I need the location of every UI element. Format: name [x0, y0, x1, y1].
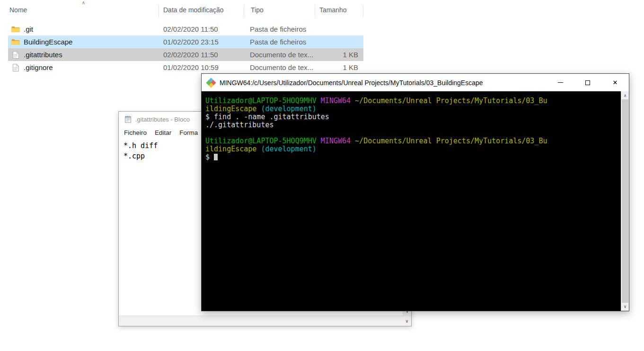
terminal-scrollbar[interactable]: ∧ ∨	[621, 91, 629, 311]
scroll-down-icon[interactable]: ∨	[621, 304, 629, 309]
file-modified: 01/02/2020 10:59	[159, 63, 244, 71]
close-button[interactable]: ✕	[601, 74, 629, 91]
notepad-scroll-corner: ∨	[403, 316, 411, 326]
terminal-line	[205, 129, 618, 137]
terminal-line: ./.gitattributes	[205, 121, 618, 129]
column-header-nome[interactable]: Nome∧	[8, 0, 159, 20]
text-file-icon	[11, 64, 20, 71]
notepad-horizontal-scrollbar[interactable]	[119, 316, 403, 326]
minimize-icon	[558, 82, 563, 83]
file-row-gitignore[interactable]: .gitignore01/02/2020 10:59Documento de t…	[8, 61, 363, 74]
file-size: 1 KB	[315, 51, 363, 59]
file-type: Documento de tex...	[244, 51, 315, 59]
menu-forma[interactable]: Forma	[179, 129, 198, 136]
file-name: .gitignore	[24, 63, 53, 71]
terminal-line: $ find . -name .gitattributes	[205, 113, 618, 121]
column-header-label: Tipo	[251, 6, 264, 14]
terminal-cursor	[214, 154, 218, 160]
terminal-title: MINGW64:/c/Users/Utilizador/Documents/Un…	[220, 79, 547, 87]
file-name-cell: BuildingEscape	[8, 38, 159, 46]
notepad-icon	[124, 115, 132, 123]
file-modified: 01/02/2020 23:15	[159, 38, 244, 46]
file-name-cell: .git	[8, 25, 159, 33]
maximize-icon	[585, 80, 590, 85]
file-name-cell: .gitattributes	[8, 51, 159, 59]
file-size: 1 KB	[315, 63, 363, 71]
column-header-label: Tamanho	[319, 6, 347, 14]
file-name: .git	[24, 25, 33, 33]
terminal-line: ildingEscape (development)	[205, 145, 618, 153]
file-row-buildingescape[interactable]: BuildingEscape01/02/2020 23:15Pasta de f…	[8, 35, 363, 48]
minimize-button[interactable]	[547, 74, 574, 91]
terminal-line: ildingEscape (development)	[205, 105, 618, 113]
menu-ficheiro[interactable]: Ficheiro	[124, 129, 147, 136]
file-type: Pasta de ficheiros	[244, 25, 315, 33]
mingw64-icon	[207, 79, 215, 87]
sort-ascending-icon: ∧	[82, 0, 85, 5]
file-name-cell: .gitignore	[8, 63, 159, 71]
menu-editar[interactable]: Editar	[155, 129, 171, 136]
file-type: Pasta de ficheiros	[244, 38, 315, 46]
close-icon: ✕	[613, 79, 618, 86]
terminal-output: Utilizador@LAPTOP-5HOQ9MHV MINGW64 ~/Doc…	[205, 97, 618, 161]
column-header-tipo[interactable]: Tipo	[244, 0, 315, 20]
column-header-tamanho[interactable]: Tamanho	[315, 0, 363, 20]
folder-icon	[11, 26, 20, 33]
terminal-titlebar[interactable]: MINGW64:/c/Users/Utilizador/Documents/Un…	[202, 74, 629, 91]
notepad-title: .gitattributes - Bloco	[135, 116, 190, 123]
maximize-button[interactable]	[574, 74, 601, 91]
folder-icon	[11, 38, 20, 46]
column-header-label: Data de modificação	[163, 6, 224, 14]
scrollbar-thumb[interactable]	[622, 99, 628, 303]
terminal-line: Utilizador@LAPTOP-5HOQ9MHV MINGW64 ~/Doc…	[205, 137, 618, 145]
file-type: Documento de tex...	[244, 63, 315, 71]
text-file-icon	[11, 51, 20, 59]
scroll-up-icon[interactable]: ∧	[621, 93, 629, 98]
terminal-window: MINGW64:/c/Users/Utilizador/Documents/Un…	[201, 73, 629, 311]
terminal-body[interactable]: Utilizador@LAPTOP-5HOQ9MHV MINGW64 ~/Doc…	[202, 91, 629, 311]
file-row-gitattributes[interactable]: .gitattributes02/02/2020 11:50Documento …	[8, 48, 363, 61]
column-headers: Nome∧Data de modificaçãoTipoTamanho	[0, 0, 374, 20]
column-header-data-modificacao[interactable]: Data de modificação	[159, 0, 244, 20]
file-list: .git02/02/2020 11:50Pasta de ficheirosBu…	[8, 23, 374, 74]
file-row-git[interactable]: .git02/02/2020 11:50Pasta de ficheiros	[8, 23, 363, 35]
file-modified: 02/02/2020 11:50	[159, 25, 244, 33]
file-modified: 02/02/2020 11:50	[159, 51, 244, 59]
terminal-line: $	[205, 153, 618, 161]
file-explorer: Nome∧Data de modificaçãoTipoTamanho .git…	[0, 0, 374, 74]
file-name: .gitattributes	[24, 51, 62, 59]
scroll-down-icon: ∨	[405, 318, 408, 324]
file-name: BuildingEscape	[24, 38, 72, 46]
terminal-line: Utilizador@LAPTOP-5HOQ9MHV MINGW64 ~/Doc…	[205, 97, 618, 105]
column-header-label: Nome	[9, 6, 27, 14]
